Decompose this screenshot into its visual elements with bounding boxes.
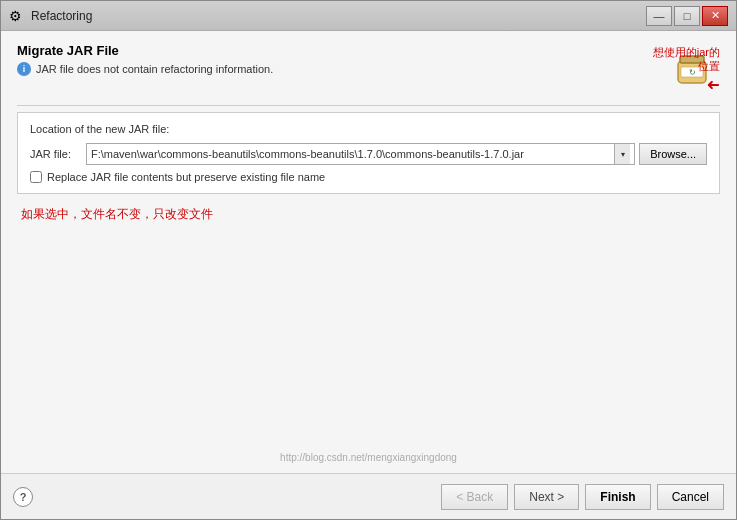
- location-label: Location of the new JAR file:: [30, 123, 707, 135]
- bottom-right: < Back Next > Finish Cancel: [441, 484, 724, 510]
- form-section: Location of the new JAR file: JAR file: …: [17, 112, 720, 194]
- jar-annotation: 想使用的jar的位置: [650, 45, 720, 74]
- cancel-button[interactable]: Cancel: [657, 484, 724, 510]
- next-button[interactable]: Next >: [514, 484, 579, 510]
- jar-file-combo[interactable]: F:\maven\war\commons-beanutils\commons-b…: [86, 143, 635, 165]
- checkbox-row: Replace JAR file contents but preserve e…: [30, 171, 707, 183]
- title-bar: ⚙ Refactoring — □ ✕: [1, 1, 736, 31]
- info-icon: i: [17, 62, 31, 76]
- info-row: i JAR file does not contain refactoring …: [17, 62, 600, 76]
- help-button[interactable]: ?: [13, 487, 33, 507]
- replace-checkbox-label[interactable]: Replace JAR file contents but preserve e…: [47, 171, 325, 183]
- jar-file-row: JAR file: F:\maven\war\commons-beanutils…: [30, 143, 707, 165]
- panel-header-left: Migrate JAR File i JAR file does not con…: [17, 43, 600, 76]
- jar-file-label: JAR file:: [30, 148, 80, 160]
- watermark: http://blog.csdn.net/mengxiangxingdong: [17, 450, 720, 465]
- jar-file-path: F:\maven\war\commons-beanutils\commons-b…: [91, 148, 614, 160]
- back-button[interactable]: < Back: [441, 484, 508, 510]
- maximize-button[interactable]: □: [674, 6, 700, 26]
- bottom-left: ?: [13, 487, 33, 507]
- window-title: Refactoring: [31, 9, 92, 23]
- replace-checkbox[interactable]: [30, 171, 42, 183]
- header-divider: [17, 105, 720, 106]
- info-message: JAR file does not contain refactoring in…: [36, 63, 273, 75]
- chinese-annotation: 如果选中，文件名不变，只改变文件: [21, 206, 720, 223]
- panel-title: Migrate JAR File: [17, 43, 600, 58]
- content-area: Migrate JAR File i JAR file does not con…: [1, 31, 736, 473]
- annotation-container: 想使用的jar的位置 ➜: [650, 45, 720, 95]
- panel-header: Migrate JAR File i JAR file does not con…: [17, 43, 720, 91]
- minimize-button[interactable]: —: [646, 6, 672, 26]
- combo-dropdown-arrow[interactable]: ▾: [614, 144, 630, 164]
- refactoring-dialog: ⚙ Refactoring — □ ✕ Migrate JAR File i J…: [0, 0, 737, 520]
- header-icon-area: ↻ 想使用的jar的位置 ➜: [600, 43, 720, 91]
- close-button[interactable]: ✕: [702, 6, 728, 26]
- finish-button[interactable]: Finish: [585, 484, 650, 510]
- window-icon: ⚙: [9, 8, 25, 24]
- title-bar-controls: — □ ✕: [646, 6, 728, 26]
- arrow-indicator: ➜: [707, 76, 720, 95]
- jar-file-input-container: F:\maven\war\commons-beanutils\commons-b…: [86, 143, 707, 165]
- bottom-bar: ? < Back Next > Finish Cancel: [1, 473, 736, 519]
- browse-button[interactable]: Browse...: [639, 143, 707, 165]
- title-bar-left: ⚙ Refactoring: [9, 8, 92, 24]
